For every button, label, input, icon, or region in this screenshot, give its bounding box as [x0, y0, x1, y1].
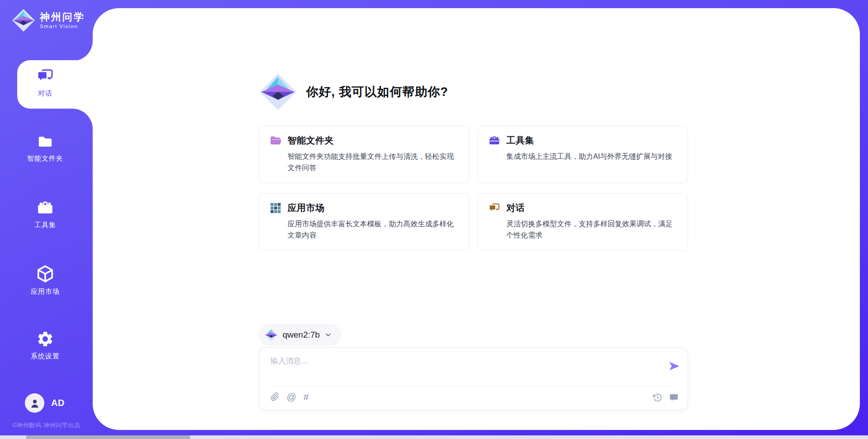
message-composer: @ # — [259, 348, 688, 410]
brand-subtitle: Smart Vision — [40, 24, 85, 29]
card-title: 工具集 — [506, 134, 534, 147]
card-description: 集成市场上主流工具，助力AI与外界无缝扩展与对接 — [506, 151, 679, 162]
card-chat[interactable]: 对话 灵活切换多模型文件，支持多样回复效果调试，满足个性化需求 — [478, 193, 688, 251]
sidebar-item-label: 应用市场 — [31, 287, 60, 296]
sidebar-item-folders[interactable]: 智能文件夹 — [0, 133, 90, 163]
gear-icon — [36, 330, 54, 348]
message-input[interactable] — [269, 353, 642, 369]
sidebar-item-label: 工具集 — [34, 221, 56, 229]
user-profile[interactable]: AD — [25, 393, 65, 413]
composer-tools-left: @ # — [270, 392, 309, 402]
history-icon — [653, 393, 662, 402]
model-selector[interactable]: qwen2:7b — [259, 324, 341, 345]
main-panel: 你好, 我可以如何帮助你? 智能文件夹 智能文件夹功能支持批量文件上传与清洗，轻… — [93, 8, 860, 430]
card-tools[interactable]: 工具集 集成市场上主流工具，助力AI与外界无缝扩展与对接 — [478, 126, 688, 183]
folder-open-icon — [269, 134, 282, 147]
user-name: AD — [51, 398, 65, 408]
chevron-down-icon — [324, 331, 332, 339]
sidebar-item-label: 对话 — [38, 89, 52, 98]
send-button[interactable] — [668, 360, 680, 372]
card-description: 应用市场提供丰富长文本模板，助力高效生成多样化文章内容 — [288, 218, 461, 241]
brand-logo: 神州问学 Smart Vision — [12, 9, 85, 32]
attach-file-button[interactable] — [270, 392, 279, 402]
horizontal-scrollbar[interactable] — [0, 435, 868, 439]
card-title: 对话 — [506, 202, 525, 214]
sidebar: 神州问学 Smart Vision 对话 智能文件夹 — [0, 0, 93, 439]
briefcase-icon — [36, 199, 55, 217]
sidebar-item-tools[interactable]: 工具集 — [0, 199, 90, 229]
app-window: 神州问学 Smart Vision 对话 智能文件夹 — [0, 0, 868, 439]
model-gem-icon — [264, 328, 278, 342]
avatar[interactable] — [25, 393, 44, 413]
person-icon — [29, 397, 41, 409]
brand-name: 神州问学 — [40, 12, 85, 23]
mention-button[interactable]: @ — [287, 392, 296, 402]
history-button[interactable] — [653, 393, 662, 402]
sidebar-item-label: 智能文件夹 — [27, 154, 63, 163]
chat-bubbles-icon — [36, 67, 55, 85]
card-app-market[interactable]: 应用市场 应用市场提供丰富长文本模板，助力高效生成多样化文章内容 — [259, 193, 469, 251]
composer-divider — [271, 386, 676, 386]
comment-icon — [669, 393, 679, 402]
topic-button[interactable]: # — [303, 392, 309, 402]
folder-icon — [36, 133, 55, 150]
briefcase-icon — [488, 134, 500, 147]
card-title: 智能文件夹 — [288, 134, 334, 147]
composer-tools-right — [653, 393, 679, 402]
sidebar-item-label: 系统设置 — [31, 352, 60, 361]
feature-cards: 智能文件夹 智能文件夹功能支持批量文件上传与清洗，轻松实现文件问答 工具 — [259, 126, 688, 251]
sidebar-item-chat[interactable]: 对话 — [0, 67, 90, 98]
greeting-title: 你好, 我可以如何帮助你? — [306, 84, 448, 100]
send-icon — [668, 360, 680, 372]
greeting-gem-icon — [259, 73, 297, 111]
content-column: 你好, 我可以如何帮助你? 智能文件夹 智能文件夹功能支持批量文件上传与清洗，轻… — [259, 8, 688, 430]
scrollbar-thumb[interactable] — [26, 435, 190, 439]
cube-icon — [36, 264, 55, 283]
paperclip-icon — [270, 392, 279, 402]
card-smart-folders[interactable]: 智能文件夹 智能文件夹功能支持批量文件上传与清洗，轻松实现文件问答 — [259, 126, 469, 183]
greeting-block: 你好, 我可以如何帮助你? — [259, 73, 448, 111]
card-title: 应用市场 — [288, 202, 325, 214]
sidebar-item-settings[interactable]: 系统设置 — [0, 330, 90, 361]
model-selector-value: qwen2:7b — [283, 330, 320, 340]
brand-gem-icon — [12, 9, 35, 32]
chat-bubbles-icon — [488, 202, 500, 214]
new-chat-button[interactable] — [669, 393, 679, 402]
card-description: 灵活切换多模型文件，支持多样回复效果调试，满足个性化需求 — [506, 218, 679, 241]
card-description: 智能文件夹功能支持批量文件上传与清洗，轻松实现文件问答 — [288, 151, 461, 173]
app-grid-icon — [269, 202, 282, 214]
sidebar-item-market[interactable]: 应用市场 — [0, 264, 90, 296]
copyright-text: ©神州数码·神州问学出品 — [0, 421, 93, 429]
